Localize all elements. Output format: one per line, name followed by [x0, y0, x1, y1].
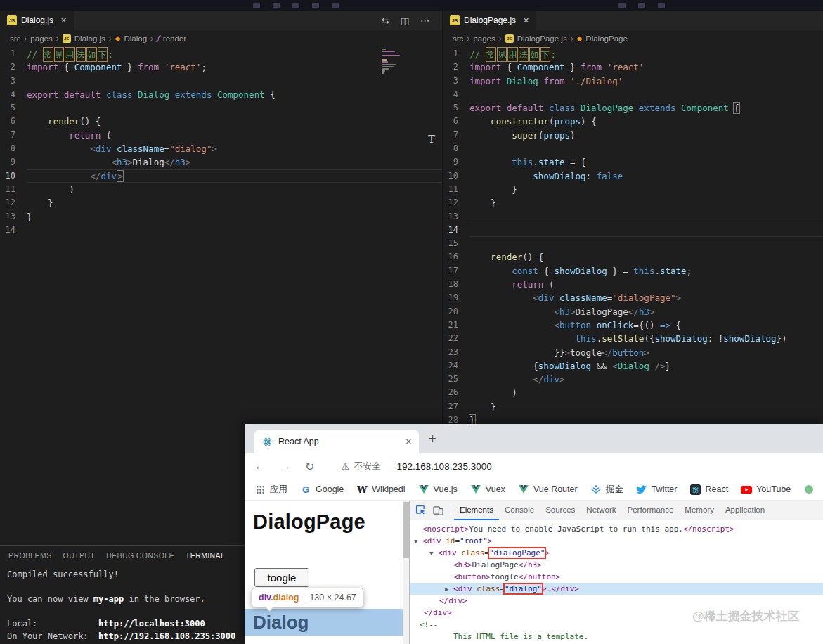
code-line[interactable]: 10 </div>: [0, 169, 442, 183]
breadcrumb-item-src[interactable]: src: [453, 34, 463, 43]
code-line[interactable]: 6 constructor(props) {: [443, 115, 823, 128]
tab-dialog-js[interactable]: JS Dialog.js ✕: [0, 11, 74, 30]
code-line[interactable]: 12 }: [0, 196, 442, 210]
code-line[interactable]: 16 render() {: [443, 250, 823, 264]
code-line[interactable]: 24 {showDialog && <Dialog />}: [443, 359, 823, 373]
code-line[interactable]: 9 this.state = {: [443, 155, 823, 169]
code-line[interactable]: 4export default class Dialog extends Com…: [0, 88, 442, 101]
breadcrumb-item-file[interactable]: Dialog.js: [74, 34, 105, 43]
omnibox[interactable]: ⚠ 不安全 192.168.108.235:3000: [341, 461, 491, 472]
dom-tree-node[interactable]: This HTML file is a template.: [410, 631, 823, 643]
code-line[interactable]: 22 this.setState({showDialog: !showDialo…: [443, 332, 823, 345]
code-line[interactable]: 3: [0, 75, 442, 88]
toogle-button[interactable]: toogle: [254, 568, 309, 587]
bookmark-Twitter[interactable]: Twitter: [636, 484, 678, 495]
code-line[interactable]: 12 }: [443, 196, 823, 210]
more-actions-icon[interactable]: ⋯: [420, 15, 429, 26]
code-line[interactable]: 1// 常见用法如下:: [443, 47, 823, 60]
code-editor-dialog-js[interactable]: 1// 常见用法如下:2import { Component } from 'r…: [0, 47, 442, 237]
forward-icon[interactable]: →: [280, 460, 291, 472]
dom-tree-node[interactable]: </div>: [410, 595, 823, 607]
breadcrumb-item-pages[interactable]: pages: [30, 34, 52, 43]
breadcrumb-item-method[interactable]: render: [163, 34, 186, 43]
close-icon[interactable]: ✕: [406, 437, 412, 446]
dom-tree-node[interactable]: <h3>DialogPage</h3>: [410, 559, 823, 571]
split-editor-icon[interactable]: ◫: [401, 15, 409, 26]
close-icon[interactable]: ✕: [60, 16, 67, 25]
browser-tab-react-app[interactable]: React App ✕: [254, 430, 419, 453]
code-line[interactable]: 14: [0, 224, 442, 237]
devtools-tab-elements[interactable]: Elements: [454, 501, 499, 520]
code-line[interactable]: 21 <button onClick={() => {: [443, 318, 823, 332]
devtools-tab-application[interactable]: Application: [720, 501, 770, 520]
code-line[interactable]: 27 }: [443, 400, 823, 413]
code-line[interactable]: 17 const { showDialog } = this.state;: [443, 264, 823, 278]
code-line[interactable]: 20 <h3>DialogPage</h3>: [443, 305, 823, 318]
devtools-tab-performance[interactable]: Performance: [622, 501, 680, 520]
code-line[interactable]: 9 <h3>Dialog</h3>: [0, 155, 442, 169]
code-line[interactable]: 15: [443, 237, 823, 250]
panel-tab-problems[interactable]: PROBLEMS: [8, 551, 52, 562]
code-line[interactable]: 8 <div className="dialog">: [0, 142, 442, 155]
inspect-element-icon[interactable]: [415, 505, 426, 515]
code-line[interactable]: 23 }}>toogle</button>: [443, 346, 823, 359]
code-line[interactable]: 5export default class DialogPage extends…: [443, 101, 823, 115]
code-line[interactable]: 13}: [0, 210, 442, 224]
code-line[interactable]: 13: [443, 210, 823, 224]
dom-tree-node[interactable]: <noscript>You need to enable JavaScript …: [410, 523, 823, 535]
panel-tab-output[interactable]: OUTPUT: [63, 551, 96, 562]
code-line[interactable]: 18 return (: [443, 278, 823, 291]
code-line[interactable]: 2import { Component } from 'react': [443, 60, 823, 74]
scrollbar-thumb[interactable]: [403, 502, 409, 558]
panel-tab-terminal[interactable]: TERMINAL: [186, 551, 225, 562]
panel-tab-debug-console[interactable]: DEBUG CONSOLE: [106, 551, 174, 562]
reload-icon[interactable]: ↻: [305, 460, 314, 473]
bookmark-YouTube[interactable]: YouTube: [741, 484, 791, 495]
devtools-tab-network[interactable]: Network: [581, 501, 621, 520]
bookmark-Google[interactable]: GGoogle: [300, 484, 344, 495]
bookmark-Vue.js[interactable]: Vue.js: [418, 484, 458, 495]
bookmark-掘金[interactable]: 掘金: [590, 484, 623, 496]
code-line[interactable]: 10 showDial​og: false: [443, 169, 823, 183]
bookmark-Vuex[interactable]: Vuex: [470, 484, 505, 495]
code-line[interactable]: 2import { Component } from 'react';: [0, 60, 442, 74]
bookmark-item[interactable]: [803, 484, 815, 495]
bookmark-应用[interactable]: 应用: [254, 484, 287, 496]
back-icon[interactable]: ←: [254, 460, 266, 472]
page-scrollbar[interactable]: [403, 501, 409, 644]
breadcrumb-item-class[interactable]: Dialog: [124, 34, 148, 43]
bookmark-React[interactable]: React: [689, 484, 728, 495]
code-line[interactable]: 5: [0, 101, 442, 115]
bookmark-Wikipedi[interactable]: WWikipedi: [356, 484, 405, 495]
code-line[interactable]: 1// 常见用法如下:: [0, 47, 442, 60]
code-line[interactable]: 4: [443, 88, 823, 101]
bookmark-Vue Router[interactable]: Vue Router: [518, 484, 578, 495]
dom-tree-node[interactable]: ▼ <div id="root">: [410, 535, 823, 547]
code-line[interactable]: 3import Dialog from './Dialog': [443, 75, 823, 88]
code-line[interactable]: 14: [443, 224, 823, 237]
code-line[interactable]: 19 <div className="dialogPage">: [443, 291, 823, 304]
new-tab-button[interactable]: +: [429, 432, 436, 446]
dom-tree-node[interactable]: ▶ <div class="dialog">…</div>: [410, 583, 823, 595]
dom-tree-node[interactable]: <button>toogle</button>: [410, 571, 823, 583]
devtools-tab-memory[interactable]: Memory: [679, 501, 720, 520]
code-line[interactable]: 26 ): [443, 386, 823, 399]
minimap[interactable]: [382, 49, 413, 79]
code-line[interactable]: 11 ): [0, 183, 442, 196]
code-line[interactable]: 7 return (: [0, 129, 442, 142]
breadcrumb-item-pages[interactable]: pages: [473, 34, 495, 43]
devtools-tab-sources[interactable]: Sources: [540, 501, 581, 520]
dom-tree-node[interactable]: ▼ <div class="dialogPage">: [410, 547, 823, 559]
breadcrumb-item-src[interactable]: src: [10, 34, 20, 43]
tab-dialogpage-js[interactable]: JS DialogPage.js ✕: [443, 11, 536, 30]
code-line[interactable]: 7 super(props): [443, 129, 823, 142]
device-toolbar-icon[interactable]: [433, 505, 443, 515]
code-line[interactable]: 8: [443, 142, 823, 155]
devtools-tab-console[interactable]: Console: [499, 501, 540, 520]
code-line[interactable]: 6 render() {: [0, 115, 442, 128]
open-changes-icon[interactable]: ⇆: [382, 15, 389, 26]
code-editor-dialogpage-js[interactable]: 1// 常见用法如下:2import { Component } from 'r…: [443, 47, 823, 427]
terminal-output[interactable]: Compiled successfully! You can now view …: [0, 566, 245, 643]
breadcrumb-item-class[interactable]: DialogPage: [585, 34, 627, 43]
breadcrumb-item-file[interactable]: DialogPage.js: [517, 34, 567, 43]
